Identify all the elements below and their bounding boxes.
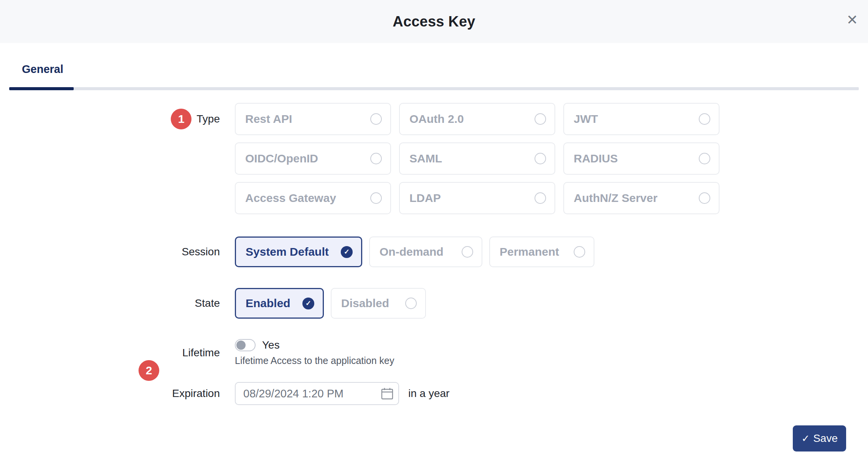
check-icon: ✓ (801, 433, 810, 443)
type-option-oauth2[interactable]: OAuth 2.0 (399, 103, 555, 135)
modal-footer: ✓ Save (0, 425, 868, 452)
radio-icon (462, 246, 473, 258)
session-option-permanent[interactable]: Permanent (489, 237, 594, 267)
step-2-badge: 2 (139, 360, 159, 381)
lifetime-row: 2 Lifetime Yes Lifetime Access to the ap… (0, 339, 868, 366)
session-option-system-default[interactable]: System Default ✓ (235, 237, 362, 267)
session-option-label: Permanent (500, 245, 559, 258)
type-option-label: RADIUS (574, 152, 618, 165)
expiration-date-input[interactable] (235, 382, 399, 405)
modal-title: Access Key (393, 13, 475, 30)
lifetime-control: Yes Lifetime Access to the application k… (235, 339, 394, 366)
state-option-enabled[interactable]: Enabled ✓ (235, 288, 324, 319)
step-1-badge: 1 (171, 109, 191, 129)
expiration-label-cell: Expiration (0, 387, 220, 400)
expiration-control: in a year (235, 382, 449, 405)
radio-icon (535, 113, 546, 125)
lifetime-label: Lifetime (182, 347, 220, 359)
type-options: Rest API OAuth 2.0 JWT OIDC/OpenID SAML … (235, 103, 719, 214)
calendar-icon[interactable] (381, 387, 394, 400)
type-option-label: AuthN/Z Server (574, 192, 657, 205)
selected-check-icon: ✓ (302, 298, 314, 309)
type-option-label: SAML (409, 152, 442, 165)
access-key-form: 1 Type Rest API OAuth 2.0 JWT OIDC/OpenI… (0, 90, 868, 452)
tab-general[interactable]: General (22, 63, 63, 87)
radio-icon (370, 153, 382, 164)
radio-icon (699, 113, 710, 125)
type-label-cell: 1 Type (0, 103, 220, 135)
session-label: Session (182, 246, 220, 258)
selected-check-icon: ✓ (341, 246, 353, 258)
close-icon[interactable]: ✕ (847, 13, 858, 27)
session-label-cell: Session (0, 237, 220, 267)
lifetime-toggle-label: Yes (262, 339, 280, 351)
type-option-rest-api[interactable]: Rest API (235, 103, 391, 135)
toggle-knob-icon (236, 341, 246, 350)
session-option-label: System Default (246, 245, 329, 258)
type-label: Type (196, 113, 220, 125)
state-option-disabled[interactable]: Disabled (331, 288, 426, 319)
state-label-cell: State (0, 288, 220, 319)
radio-icon (574, 246, 585, 258)
state-row: State Enabled ✓ Disabled (0, 288, 868, 319)
lifetime-help-text: Lifetime Access to the application key (235, 355, 394, 366)
type-option-oidc-openid[interactable]: OIDC/OpenID (235, 142, 391, 175)
tab-bar: General (0, 43, 868, 90)
type-option-label: OIDC/OpenID (245, 152, 318, 165)
expiration-label: Expiration (172, 387, 220, 400)
type-option-radius[interactable]: RADIUS (563, 142, 719, 175)
lifetime-toggle[interactable] (235, 339, 256, 351)
lifetime-label-cell: Lifetime (0, 339, 220, 366)
radio-icon (535, 153, 546, 164)
state-option-label: Disabled (341, 297, 389, 310)
type-option-authnz-server[interactable]: AuthN/Z Server (563, 182, 719, 214)
type-option-saml[interactable]: SAML (399, 142, 555, 175)
type-option-ldap[interactable]: LDAP (399, 182, 555, 214)
state-options: Enabled ✓ Disabled (235, 288, 426, 319)
type-option-access-gateway[interactable]: Access Gateway (235, 182, 391, 214)
radio-icon (370, 113, 382, 125)
session-option-label: On-demand (380, 245, 444, 258)
session-options: System Default ✓ On-demand Permanent (235, 237, 594, 267)
expiration-row: Expiration in a year (0, 382, 868, 405)
type-option-jwt[interactable]: JWT (563, 103, 719, 135)
state-option-label: Enabled (246, 297, 290, 310)
session-row: Session System Default ✓ On-demand Perma… (0, 237, 868, 267)
type-option-label: Rest API (245, 112, 292, 126)
tab-active-indicator (9, 87, 74, 90)
radio-icon (699, 192, 710, 204)
radio-icon (699, 153, 710, 164)
type-option-label: OAuth 2.0 (409, 112, 464, 126)
type-option-label: Access Gateway (245, 192, 336, 205)
type-option-label: LDAP (409, 192, 441, 205)
radio-icon (370, 192, 382, 204)
expiration-hint: in a year (408, 387, 449, 400)
radio-icon (535, 192, 546, 204)
save-button-label: Save (813, 432, 838, 445)
type-row: 1 Type Rest API OAuth 2.0 JWT OIDC/OpenI… (0, 103, 868, 214)
session-option-on-demand[interactable]: On-demand (369, 237, 482, 267)
radio-icon (405, 298, 417, 309)
type-option-label: JWT (574, 112, 598, 126)
state-label: State (195, 297, 220, 309)
save-button[interactable]: ✓ Save (793, 425, 846, 452)
tab-track (9, 87, 859, 90)
modal-header: Access Key ✕ (0, 0, 868, 43)
